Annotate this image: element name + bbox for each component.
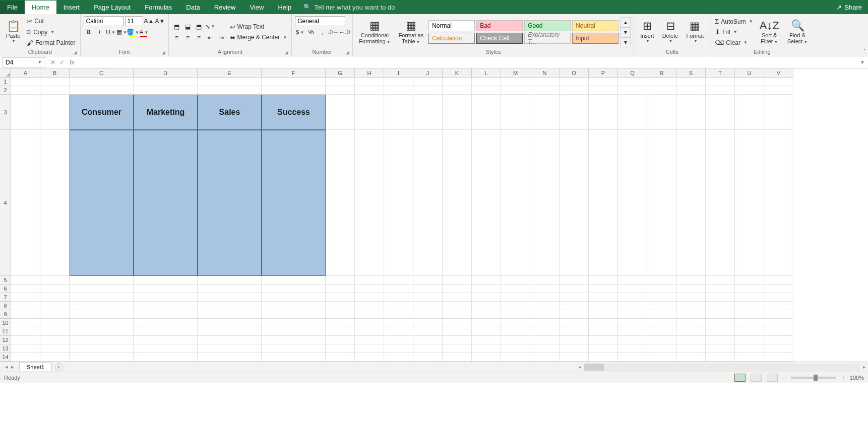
cell[interactable]: [676, 327, 706, 336]
column-header[interactable]: N: [530, 68, 560, 78]
sheet-nav-first-icon[interactable]: ◂: [5, 364, 8, 370]
cell[interactable]: [413, 86, 443, 95]
cell[interactable]: [11, 78, 40, 86]
cell[interactable]: [355, 130, 384, 276]
cell[interactable]: [384, 95, 413, 130]
cell[interactable]: [589, 327, 618, 336]
cell[interactable]: [326, 353, 355, 362]
cell[interactable]: [134, 319, 198, 327]
style-bad[interactable]: Bad: [476, 20, 523, 31]
cell[interactable]: [443, 336, 472, 344]
cell[interactable]: [676, 95, 706, 130]
cell[interactable]: [472, 276, 501, 285]
cell[interactable]: [530, 130, 560, 276]
cell[interactable]: [413, 319, 443, 327]
collapse-ribbon-icon[interactable]: ˄: [863, 48, 866, 55]
cell[interactable]: [198, 285, 262, 293]
cell[interactable]: [501, 302, 530, 310]
sort-filter-button[interactable]: A↓ZSort &Filter▼: [757, 19, 782, 45]
cell[interactable]: [676, 344, 706, 353]
decrease-decimal-button[interactable]: ←.0: [339, 27, 349, 37]
cell[interactable]: [676, 302, 706, 310]
cell[interactable]: [326, 310, 355, 319]
cell[interactable]: [530, 310, 560, 319]
cell[interactable]: [764, 310, 793, 319]
cell[interactable]: [70, 353, 134, 362]
cell[interactable]: [472, 310, 501, 319]
cell[interactable]: [735, 276, 764, 285]
tab-file[interactable]: File: [0, 1, 25, 14]
zoom-slider[interactable]: [791, 377, 836, 379]
tab-home[interactable]: Home: [25, 1, 56, 14]
cell[interactable]: [355, 78, 384, 86]
cell[interactable]: [384, 344, 413, 353]
tab-help[interactable]: Help: [271, 1, 298, 14]
cell[interactable]: [262, 302, 326, 310]
dialog-launcher-icon[interactable]: ◢: [162, 50, 165, 55]
cell[interactable]: [40, 310, 70, 319]
cell[interactable]: [618, 353, 647, 362]
cell[interactable]: [40, 276, 70, 285]
table-body-cell[interactable]: [198, 130, 262, 276]
row-header[interactable]: 7: [0, 293, 11, 302]
cell[interactable]: [676, 310, 706, 319]
column-header[interactable]: E: [198, 68, 262, 78]
cell[interactable]: [647, 285, 676, 293]
enter-formula-icon[interactable]: ✓: [59, 59, 65, 66]
cell[interactable]: [413, 336, 443, 344]
row-header[interactable]: 8: [0, 302, 11, 310]
cell[interactable]: [676, 336, 706, 344]
cell[interactable]: [501, 276, 530, 285]
cell[interactable]: [589, 310, 618, 319]
cell[interactable]: [676, 130, 706, 276]
column-header[interactable]: R: [647, 68, 676, 78]
cell[interactable]: [11, 95, 40, 130]
cell[interactable]: [706, 336, 735, 344]
zoom-out-button[interactable]: −: [783, 375, 786, 381]
cell[interactable]: [384, 285, 413, 293]
cell[interactable]: [443, 130, 472, 276]
cell[interactable]: [384, 327, 413, 336]
column-header[interactable]: P: [589, 68, 618, 78]
cell[interactable]: [530, 86, 560, 95]
cell[interactable]: [413, 310, 443, 319]
cell[interactable]: [560, 310, 589, 319]
cell[interactable]: [11, 319, 40, 327]
fill-color-button[interactable]: 🪣▼: [128, 27, 138, 37]
cell[interactable]: [647, 319, 676, 327]
sheet-tab[interactable]: Sheet1: [19, 363, 52, 371]
cell[interactable]: [413, 293, 443, 302]
cell[interactable]: [764, 353, 793, 362]
normal-view-button[interactable]: [734, 374, 746, 382]
cell[interactable]: [40, 327, 70, 336]
table-header-cell[interactable]: Marketing: [134, 95, 198, 130]
cell[interactable]: [384, 336, 413, 344]
cell[interactable]: [40, 344, 70, 353]
cell[interactable]: [764, 86, 793, 95]
cell[interactable]: [501, 336, 530, 344]
increase-font-button[interactable]: A▲: [144, 16, 154, 26]
cell[interactable]: [647, 130, 676, 276]
cell[interactable]: [262, 293, 326, 302]
cell[interactable]: [413, 95, 443, 130]
cell[interactable]: [443, 302, 472, 310]
cell[interactable]: [11, 353, 40, 362]
font-size-select[interactable]: [125, 16, 143, 26]
cell[interactable]: [326, 95, 355, 130]
cell[interactable]: [618, 302, 647, 310]
cell[interactable]: [70, 336, 134, 344]
column-header[interactable]: L: [472, 68, 501, 78]
column-header[interactable]: Q: [618, 68, 647, 78]
cell[interactable]: [70, 86, 134, 95]
cell[interactable]: [384, 310, 413, 319]
cell[interactable]: [735, 319, 764, 327]
cell[interactable]: [589, 86, 618, 95]
cell[interactable]: [589, 276, 618, 285]
cell[interactable]: [40, 86, 70, 95]
column-header[interactable]: U: [735, 68, 764, 78]
cell[interactable]: [589, 302, 618, 310]
cell[interactable]: [530, 293, 560, 302]
cell[interactable]: [198, 327, 262, 336]
cell[interactable]: [764, 78, 793, 86]
cell[interactable]: [262, 285, 326, 293]
